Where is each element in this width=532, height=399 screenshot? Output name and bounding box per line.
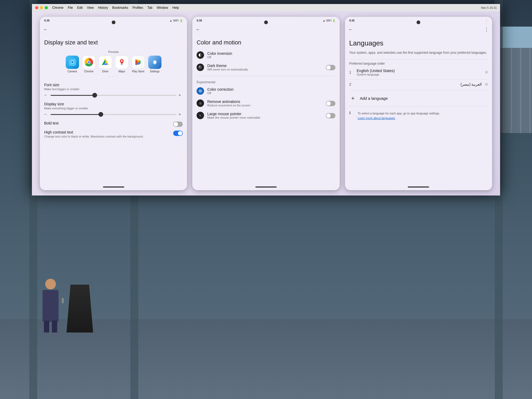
large-mouse-pointer-item[interactable]: ↖ Large mouse pointer Make the mouse poi… bbox=[197, 112, 335, 119]
dark-theme-text: Dark theme Will never turn on automatica… bbox=[207, 64, 322, 71]
large-pointer-text: Large mouse pointer Make the mouse point… bbox=[207, 112, 322, 119]
display-size-section: Display size Make everything bigger or s… bbox=[44, 102, 183, 117]
menu-window[interactable]: Window bbox=[157, 6, 168, 10]
back-button-1[interactable]: ← bbox=[43, 27, 48, 32]
bold-text-row: Bold text bbox=[44, 121, 183, 127]
bold-text-toggle[interactable] bbox=[173, 122, 183, 127]
app-icon-drive: Drive bbox=[99, 56, 112, 73]
add-language-text: Add a language bbox=[360, 96, 388, 101]
back-button-3[interactable]: ← bbox=[348, 27, 353, 32]
menu-history[interactable]: History bbox=[98, 6, 108, 10]
font-size-fill bbox=[51, 95, 95, 96]
app-icon-chrome: Chrome bbox=[82, 56, 95, 73]
font-size-track[interactable] bbox=[51, 95, 176, 96]
lang-item-1[interactable]: 1 English (United States) System languag… bbox=[349, 69, 488, 76]
large-pointer-toggle[interactable] bbox=[326, 113, 335, 118]
dark-theme-thumb bbox=[326, 65, 331, 70]
display-size-title: Display size bbox=[44, 102, 183, 106]
lang-text-2: العربية (مصر) bbox=[357, 82, 482, 86]
font-size-increase[interactable]: + bbox=[178, 93, 183, 98]
dark-theme-item[interactable]: Dark theme Will never turn on automatica… bbox=[197, 64, 335, 71]
screen2-content: Color and motion Color inversion Off bbox=[192, 35, 339, 184]
lang-sublabel-1: System language bbox=[357, 73, 482, 76]
chrome-icon-container[interactable] bbox=[82, 56, 95, 69]
svg-point-4 bbox=[121, 60, 123, 62]
close-button[interactable] bbox=[35, 6, 38, 9]
fullscreen-button[interactable] bbox=[45, 6, 48, 9]
menu-bookmarks[interactable]: Bookmarks bbox=[112, 6, 128, 10]
home-bar-3 bbox=[345, 184, 492, 190]
display-size-decrease[interactable]: − bbox=[44, 112, 48, 117]
display-size-track[interactable] bbox=[51, 114, 176, 115]
menu-edit[interactable]: Edit bbox=[77, 6, 83, 10]
high-contrast-thumb bbox=[178, 131, 182, 135]
carousel-dots: • • • bbox=[44, 75, 183, 77]
phone-screen-3: 9:39 ⋮ ← ⋮ Languages Your system, apps, … bbox=[345, 17, 492, 190]
color-inversion-item[interactable]: Color inversion Off bbox=[197, 51, 335, 59]
menu-view[interactable]: View bbox=[87, 6, 94, 10]
cc-title: Color correction bbox=[207, 87, 335, 92]
ra-desc: Reduce movement on the screen bbox=[207, 104, 322, 107]
learn-more-link[interactable]: Learn more about languages bbox=[358, 117, 440, 120]
presenter-head bbox=[45, 279, 56, 289]
time-1: 9:39 bbox=[44, 19, 49, 22]
more-button-3[interactable]: ⋮ bbox=[484, 27, 489, 32]
battery-icon-1: 🔋 bbox=[180, 19, 183, 22]
large-pointer-icon: ↖ bbox=[197, 112, 204, 119]
bold-text-thumb bbox=[174, 122, 178, 126]
menu-app-name[interactable]: Chrome bbox=[52, 6, 64, 10]
camera-notch-3 bbox=[417, 20, 420, 24]
ci-desc: Off bbox=[207, 56, 335, 59]
color-correction-item[interactable]: Color correction Off bbox=[197, 87, 335, 95]
display-size-increase[interactable]: + bbox=[178, 112, 183, 117]
menu-profiles[interactable]: Profiles bbox=[132, 6, 143, 10]
ra-thumb bbox=[326, 101, 331, 106]
playstore-label: Play Store bbox=[132, 70, 144, 73]
home-bar-line-2 bbox=[255, 186, 277, 188]
add-language-row[interactable]: + Add a language bbox=[349, 95, 488, 102]
camera-notch-1 bbox=[112, 20, 115, 24]
camera-icon[interactable] bbox=[66, 56, 79, 69]
info-icon: ℹ bbox=[349, 111, 355, 120]
back-button-2[interactable]: ← bbox=[196, 27, 200, 32]
minimize-button[interactable] bbox=[40, 6, 43, 9]
maps-icon[interactable] bbox=[115, 56, 128, 69]
drive-icon[interactable] bbox=[99, 56, 112, 69]
lang-info-text: To select a language for each app, go to… bbox=[358, 112, 440, 115]
presenter-figure bbox=[43, 279, 59, 322]
remove-animations-item[interactable]: ⊙ Remove animations Reduce movement on t… bbox=[197, 99, 335, 107]
nav-bar-1: ← bbox=[40, 24, 187, 35]
lang-info-section: ℹ To select a language for each app, go … bbox=[349, 111, 488, 120]
maps-label: Maps bbox=[118, 70, 125, 73]
app-icons-grid: Camera Chrome bbox=[44, 56, 183, 73]
screen1-content: Display size and text Preview bbox=[40, 35, 187, 184]
app-icon-playstore: Play Store bbox=[132, 56, 145, 73]
menu-tab[interactable]: Tab bbox=[147, 6, 152, 10]
phone-screen-1: 9:39 ▲ WiFi 🔋 ← Display size and text Pr… bbox=[40, 17, 187, 190]
font-size-thumb[interactable] bbox=[92, 93, 97, 98]
lp-thumb bbox=[326, 114, 331, 118]
high-contrast-toggle[interactable] bbox=[173, 131, 183, 136]
microphone-icon bbox=[62, 298, 64, 303]
display-size-thumb[interactable] bbox=[98, 112, 103, 117]
lang-drag-1[interactable]: ≡ bbox=[485, 69, 488, 75]
dark-theme-toggle[interactable] bbox=[326, 65, 335, 70]
dt-desc: Will never turn on automatically bbox=[207, 68, 322, 71]
high-contrast-row: High contrast text Change text color to … bbox=[44, 130, 183, 140]
lp-desc: Make the mouse pointer more noticeable bbox=[207, 116, 322, 119]
home-bar-1 bbox=[40, 184, 187, 190]
lang-item-2[interactable]: 2 العربية (مصر) ≡ bbox=[349, 82, 488, 87]
menu-help[interactable]: Help bbox=[172, 6, 179, 10]
nav-bar-3: ← ⋮ bbox=[345, 24, 492, 35]
font-size-decrease[interactable]: − bbox=[44, 93, 48, 98]
signal-icon-1: ▲ bbox=[169, 19, 172, 22]
settings-icon[interactable] bbox=[148, 56, 161, 69]
menu-file[interactable]: File bbox=[68, 6, 73, 10]
lang-drag-2[interactable]: ≡ bbox=[485, 82, 488, 87]
remove-animations-text: Remove animations Reduce movement on the… bbox=[207, 99, 322, 107]
bold-text-info: Bold text bbox=[44, 121, 59, 126]
display-size-slider-row: − + bbox=[44, 112, 183, 117]
playstore-icon[interactable] bbox=[132, 56, 145, 69]
lang-name-1: English (United States) bbox=[357, 69, 482, 73]
remove-animations-toggle[interactable] bbox=[326, 101, 335, 106]
